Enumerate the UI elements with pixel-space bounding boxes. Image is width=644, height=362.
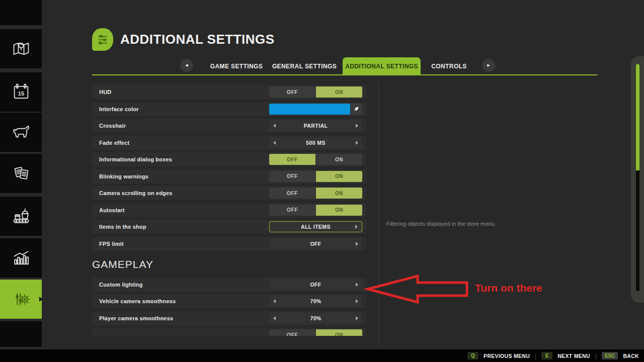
map-icon xyxy=(11,39,31,59)
setting-label: Player camera smoothness xyxy=(99,311,173,325)
toggle-on-option[interactable]: ON xyxy=(316,188,362,199)
chevron-right-icon: ▶ xyxy=(487,63,490,67)
increase-arrow-icon[interactable] xyxy=(356,124,358,128)
toggle-autostart[interactable]: OFFON xyxy=(269,205,362,216)
setting-row-autostart: AutostartOFFON xyxy=(92,203,366,217)
sidebar: 15 xyxy=(0,0,42,362)
decrease-arrow-icon[interactable] xyxy=(273,316,276,320)
settings-sliders-gear-icon xyxy=(11,289,31,309)
tabs-next-button[interactable]: ▶ xyxy=(482,59,495,72)
calendar-icon: 15 xyxy=(11,82,31,102)
setting-row-hud: HUDOFFON xyxy=(92,85,366,99)
toggle-off-option[interactable]: OFF xyxy=(269,329,315,336)
settings-list: HUDOFFONInterface colorCrosshairPARTIALF… xyxy=(92,82,366,336)
selector-value: 70% xyxy=(310,315,321,321)
sidebar-item-animals[interactable] xyxy=(0,113,42,152)
increase-arrow-icon[interactable] xyxy=(356,316,358,320)
toggle-off-option[interactable]: OFF xyxy=(269,205,315,216)
annotation-text: Turn on there xyxy=(475,282,542,294)
page-header: ADDITIONAL SETTINGS xyxy=(92,28,275,51)
scrollbar-thumb[interactable] xyxy=(636,64,639,170)
setting-row-fade-effect: Fade effect500 MS xyxy=(92,136,366,150)
color-swatch[interactable] xyxy=(269,104,350,115)
back-label[interactable]: BACK xyxy=(623,353,639,359)
setting-row-interface-color: Interface color xyxy=(92,102,366,116)
tab-general-settings[interactable]: GENERAL SETTINGS xyxy=(272,57,337,75)
toggle-hud[interactable]: OFFON xyxy=(269,86,362,98)
previous-menu-label[interactable]: PREVIOUS MENU xyxy=(484,353,530,359)
setting-row-items-in-the-shop: Items in the shopALL ITEMS xyxy=(92,220,366,234)
sidebar-item-map[interactable] xyxy=(0,29,42,68)
toggle-on-option[interactable]: ON xyxy=(316,154,362,165)
sidebar-item-production[interactable] xyxy=(0,197,42,236)
toggle-off-option[interactable]: OFF xyxy=(269,154,315,165)
toggle-row[interactable]: OFFON xyxy=(269,329,362,336)
decrease-arrow-icon[interactable] xyxy=(273,299,276,303)
toggle-on-option[interactable]: ON xyxy=(316,329,362,336)
selector-items-in-the-shop[interactable]: ALL ITEMS xyxy=(269,221,362,232)
sidebar-item-additional-settings[interactable] xyxy=(0,280,42,319)
setting-row-vehicle-camera-smoothness: Vehicle camera smoothness70% xyxy=(92,294,366,308)
decrease-arrow-icon[interactable] xyxy=(273,124,276,128)
footer-keybar: Q PREVIOUS MENU | E NEXT MENU | ESC BACK xyxy=(0,349,644,362)
toggle-off-option[interactable]: OFF xyxy=(269,188,315,199)
scrollbar[interactable] xyxy=(636,64,639,291)
scroll-indicator xyxy=(631,56,644,303)
toggle-off-option[interactable]: OFF xyxy=(269,171,315,182)
setting-row-informational-dialog-boxes: Informational dialog boxesOFFON xyxy=(92,152,366,166)
calendar-day: 15 xyxy=(18,90,24,97)
selector-vehicle-camera-smoothness[interactable]: 70% xyxy=(269,296,362,307)
setting-hint-text: Filtering objects displayed in the store… xyxy=(386,221,496,227)
sidebar-item-statistics[interactable] xyxy=(0,238,42,278)
toggle-camera-scrolling-on-edges[interactable]: OFFON xyxy=(269,188,362,199)
color-picker-button[interactable] xyxy=(351,104,362,115)
setting-label: Autostart xyxy=(99,203,125,217)
increase-arrow-icon[interactable] xyxy=(356,242,358,246)
selector-fade-effect[interactable]: 500 MS xyxy=(269,137,362,148)
color-control-interface-color[interactable] xyxy=(269,104,362,115)
setting-label: Crosshair xyxy=(99,119,126,133)
setting-label: Interface color xyxy=(99,102,139,116)
tab-controls[interactable]: CONTROLS xyxy=(425,57,473,75)
footer-separator: | xyxy=(535,352,536,359)
increase-arrow-icon[interactable] xyxy=(356,283,358,287)
setting-row-camera-scrolling-on-edges: Camera scrolling on edgesOFFON xyxy=(92,186,366,200)
increase-arrow-icon[interactable] xyxy=(356,299,358,303)
toggle-blinking-warnings[interactable]: OFFON xyxy=(269,171,362,182)
toggle-on-option[interactable]: ON xyxy=(316,205,362,216)
selector-player-camera-smoothness[interactable]: 70% xyxy=(269,313,362,324)
selector-value: PARTIAL xyxy=(304,123,328,129)
toggle-off-option[interactable]: OFF xyxy=(269,86,315,98)
additional-settings-icon xyxy=(92,28,113,51)
production-icon xyxy=(11,206,31,226)
setting-label: Blinking warnings xyxy=(99,169,148,184)
selector-value: ALL ITEMS xyxy=(301,224,331,230)
decrease-arrow-icon[interactable] xyxy=(273,141,276,145)
statistics-icon xyxy=(11,248,31,268)
tab-additional-settings[interactable]: ADDITIONAL SETTINGS xyxy=(343,57,421,75)
sidebar-spacer-bottom xyxy=(0,321,42,347)
key-q-badge: Q xyxy=(467,352,478,359)
toggle-on-option[interactable]: ON xyxy=(316,171,362,182)
increase-arrow-icon[interactable] xyxy=(356,141,358,145)
color-picker-icon xyxy=(353,106,360,112)
annotation-arrow-left-icon xyxy=(364,273,472,305)
increase-arrow-icon[interactable] xyxy=(355,225,358,229)
setting-row-fps-limit: FPS limitOFF xyxy=(92,237,366,251)
toggle-informational-dialog-boxes[interactable]: OFFON xyxy=(269,154,362,165)
tabs-previous-button[interactable]: ◀ xyxy=(180,59,193,72)
selector-crosshair[interactable]: PARTIAL xyxy=(269,120,362,131)
toggle-on-option[interactable]: ON xyxy=(316,86,362,98)
selector-custom-lighting[interactable]: OFF xyxy=(269,279,362,290)
sidebar-item-calendar[interactable]: 15 xyxy=(0,72,42,112)
setting-label: Custom lighting xyxy=(99,278,143,292)
selector-value: 70% xyxy=(310,298,321,304)
documents-icon xyxy=(11,163,31,184)
selector-value: OFF xyxy=(310,282,321,288)
next-menu-label[interactable]: NEXT MENU xyxy=(557,353,590,359)
selector-fps-limit[interactable]: OFF xyxy=(269,238,362,249)
active-item-pointer xyxy=(39,297,43,302)
setting-row-crosshair: CrosshairPARTIAL xyxy=(92,119,366,133)
sidebar-item-contracts[interactable] xyxy=(0,154,42,193)
tab-game-settings[interactable]: GAME SETTINGS xyxy=(206,57,267,75)
